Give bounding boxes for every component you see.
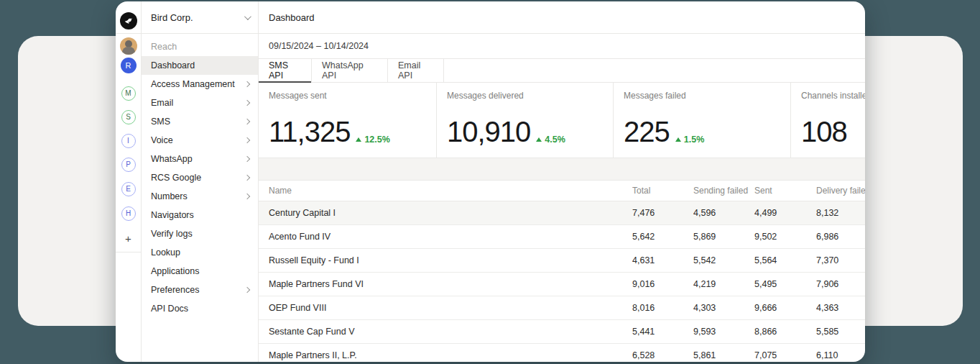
page-title: Dashboard bbox=[269, 12, 315, 23]
sidebar-item-voice[interactable]: Voice bbox=[142, 131, 258, 150]
sidebar-item-preferences[interactable]: Preferences bbox=[142, 281, 258, 299]
tab-email-api[interactable]: Email API bbox=[388, 59, 444, 82]
sidebar-item-label: Reach bbox=[151, 42, 177, 52]
table-cell: 6,528 bbox=[632, 350, 693, 360]
table-cell: Acento Fund IV bbox=[259, 232, 632, 242]
sidebar-item-lookup[interactable]: Lookup bbox=[142, 243, 258, 262]
table-header-row: NameTotalSending failedSentDelivery fail… bbox=[259, 181, 865, 201]
workspace-i-icon[interactable]: I bbox=[121, 134, 136, 148]
sidebar-item-rcs-google[interactable]: RCS Google bbox=[142, 168, 258, 187]
table-cell: 4,363 bbox=[816, 303, 865, 313]
table-row[interactable]: Maple Partners II, L.P.6,5285,8617,0756,… bbox=[259, 344, 865, 362]
workspace-m-icon[interactable]: M bbox=[121, 86, 136, 101]
stat-delta-value: 4.5% bbox=[545, 135, 565, 145]
chevron-right-icon bbox=[244, 194, 250, 199]
chevron-right-icon bbox=[244, 175, 250, 181]
table-row[interactable]: Russell Equity - Fund I4,6315,5425,5647,… bbox=[259, 249, 865, 273]
arrow-up-icon bbox=[356, 137, 361, 142]
table-row[interactable]: Century Capital I7,4764,5964,4998,132 bbox=[259, 201, 865, 225]
table-cell: 9,666 bbox=[754, 303, 816, 313]
workspace-h-icon[interactable]: H bbox=[121, 206, 136, 221]
date-range-bar: 09/15/2024 – 10/14/2024 bbox=[259, 34, 865, 59]
table-cell: 5,564 bbox=[754, 255, 816, 265]
sidebar-item-dashboard[interactable]: Dashboard bbox=[142, 56, 258, 75]
sidebar-item-label: Numbers bbox=[151, 191, 188, 201]
sidebar: Bird Corp. ReachDashboardAccess Manageme… bbox=[142, 1, 259, 362]
workspace-s-badge: S bbox=[121, 110, 136, 124]
workspace-s-icon[interactable]: S bbox=[121, 110, 136, 124]
chevron-down-icon bbox=[244, 13, 251, 20]
table-cell: Century Capital I bbox=[259, 208, 632, 218]
sidebar-item-label: API Docs bbox=[151, 304, 188, 314]
sidebar-item-applications[interactable]: Applications bbox=[142, 262, 258, 281]
sidebar-item-numbers[interactable]: Numbers bbox=[142, 187, 258, 206]
table-row[interactable]: OEP Fund VIII8,0164,3039,6664,363 bbox=[259, 296, 865, 320]
column-header[interactable]: Sending failed bbox=[693, 186, 754, 196]
table-cell: 4,219 bbox=[693, 279, 754, 289]
stat-value: 108 bbox=[801, 116, 847, 148]
date-range-picker[interactable]: 09/15/2024 – 10/14/2024 bbox=[269, 41, 369, 51]
column-header[interactable]: Delivery failed bbox=[816, 186, 865, 196]
bird-logo-icon[interactable] bbox=[120, 12, 137, 29]
table-cell: 4,631 bbox=[632, 255, 693, 265]
table-cell: 8,016 bbox=[632, 303, 693, 313]
workspace-e-icon[interactable]: E bbox=[121, 182, 136, 196]
workspace-switcher[interactable]: Bird Corp. bbox=[142, 1, 258, 34]
stat-messages-sent: Messages sent11,32512.5% bbox=[259, 83, 436, 158]
stat-delta: 4.5% bbox=[536, 135, 565, 145]
sidebar-item-sms[interactable]: SMS bbox=[142, 112, 258, 131]
app-window: RMSIPEH+ Bird Corp. ReachDashboardAccess… bbox=[116, 1, 865, 362]
table-cell: 5,861 bbox=[693, 350, 754, 360]
sidebar-item-label: Lookup bbox=[151, 247, 180, 258]
sidebar-item-navigators[interactable]: Navigators bbox=[142, 206, 258, 224]
chevron-right-icon bbox=[244, 156, 250, 162]
bird-logo-icon bbox=[120, 12, 137, 29]
table-row[interactable]: Sestante Cap Fund V5,4419,5938,8665,585 bbox=[259, 320, 865, 344]
sidebar-item-whatsapp[interactable]: WhatsApp bbox=[142, 150, 258, 168]
tab-sms-api[interactable]: SMS API bbox=[259, 59, 312, 82]
chevron-right-icon bbox=[244, 81, 250, 87]
stat-value: 11,325 bbox=[269, 116, 350, 148]
table-cell: 6,110 bbox=[816, 350, 865, 360]
sidebar-item-label: Applications bbox=[151, 266, 199, 276]
table-row[interactable]: Acento Fund IV5,6425,8699,5026,986 bbox=[259, 225, 865, 249]
user-avatar-icon[interactable] bbox=[120, 37, 137, 55]
workspace-r-icon[interactable]: R bbox=[121, 58, 137, 73]
stat-value: 225 bbox=[624, 116, 670, 148]
chevron-right-icon bbox=[244, 137, 250, 143]
main-content: Dashboard 09/15/2024 – 10/14/2024 SMS AP… bbox=[259, 1, 865, 362]
table-cell: 7,370 bbox=[816, 255, 865, 265]
table-cell: 9,016 bbox=[632, 279, 693, 289]
stat-delta-value: 1.5% bbox=[684, 135, 705, 145]
sidebar-item-email[interactable]: Email bbox=[142, 94, 258, 112]
sidebar-item-access-management[interactable]: Access Management bbox=[142, 75, 258, 94]
column-header[interactable]: Name bbox=[259, 186, 632, 196]
sidebar-item-label: Dashboard bbox=[151, 60, 195, 70]
sidebar-item-label: WhatsApp bbox=[151, 154, 193, 164]
stats-row: Messages sent11,32512.5%Messages deliver… bbox=[259, 83, 865, 158]
workspace-m-badge: M bbox=[121, 86, 136, 101]
stat-label: Messages sent bbox=[269, 91, 426, 101]
user-avatar bbox=[120, 37, 137, 55]
sidebar-item-reach[interactable]: Reach bbox=[142, 37, 258, 56]
arrow-up-icon bbox=[536, 137, 542, 142]
tab-whatsapp-api[interactable]: WhatsApp API bbox=[312, 59, 388, 82]
column-header[interactable]: Sent bbox=[754, 186, 816, 196]
table-cell: 5,542 bbox=[693, 255, 754, 265]
table-row[interactable]: Maple Partners Fund VI9,0164,2195,4957,9… bbox=[259, 273, 865, 296]
table-cell: 7,476 bbox=[632, 208, 693, 218]
table-cell: Maple Partners II, L.P. bbox=[259, 350, 632, 360]
table-cell: 4,499 bbox=[754, 208, 816, 218]
column-header[interactable]: Total bbox=[632, 186, 693, 196]
table-cell: Sestante Cap Fund V bbox=[259, 327, 632, 337]
sidebar-menu: ReachDashboardAccess ManagementEmailSMSV… bbox=[142, 34, 258, 318]
sidebar-item-api-docs[interactable]: API Docs bbox=[142, 299, 258, 318]
workspace-p-badge: P bbox=[121, 158, 136, 172]
stat-messages-delivered: Messages delivered10,9104.5% bbox=[436, 83, 613, 158]
sidebar-item-verify-logs[interactable]: Verify logs bbox=[142, 224, 258, 243]
table-cell: Russell Equity - Fund I bbox=[259, 255, 632, 265]
add-workspace-icon[interactable]: + bbox=[125, 232, 131, 245]
table-cell: Maple Partners Fund VI bbox=[259, 279, 632, 289]
sidebar-item-label: Voice bbox=[151, 135, 173, 145]
workspace-p-icon[interactable]: P bbox=[121, 158, 136, 172]
